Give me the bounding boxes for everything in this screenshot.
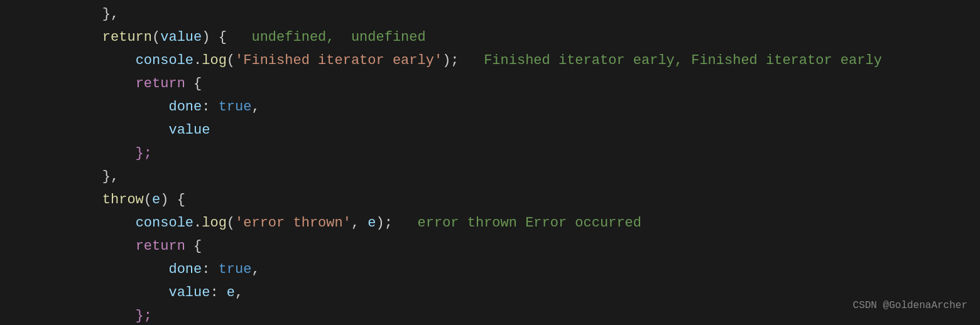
code-text: ( <box>144 188 152 211</box>
code-text <box>69 188 102 211</box>
code-text <box>69 72 136 95</box>
code-text: : <box>202 95 218 119</box>
code-text <box>69 26 102 49</box>
code-text: { <box>185 235 202 258</box>
code-text: ( <box>227 211 235 235</box>
code-keyword: return <box>102 26 152 49</box>
code-prop: value <box>168 119 210 142</box>
code-method: log <box>202 49 227 72</box>
code-method: throw <box>102 188 144 211</box>
code-line-14: }; <box>0 304 980 325</box>
code-text: , <box>251 95 259 119</box>
code-line-13: value: e, <box>0 281 980 304</box>
code-line-7: }; <box>0 142 980 165</box>
code-method: log <box>202 211 227 235</box>
code-keyword: return <box>136 235 185 258</box>
code-text: ); <box>376 211 418 235</box>
code-comment: Finished iterator early, Finished iterat… <box>484 49 882 72</box>
code-line-8: }, <box>0 165 980 188</box>
code-line-2: return(value) { undefined, undefined <box>0 26 980 49</box>
code-text: ) { <box>202 26 251 49</box>
code-text <box>69 95 168 119</box>
code-prop: done <box>168 95 202 119</box>
code-comment: undefined, undefined <box>251 26 425 49</box>
code-text: , <box>251 258 259 281</box>
code-text: ( <box>227 49 235 72</box>
code-line-9: throw(e) { <box>0 188 980 211</box>
code-text: : <box>202 258 218 281</box>
code-text: ) { <box>160 188 185 211</box>
code-text: , <box>235 281 243 304</box>
code-param: value <box>160 26 202 49</box>
code-var: e <box>368 211 376 235</box>
code-text: ( <box>152 26 160 49</box>
code-text <box>69 258 168 281</box>
code-comment: error thrown Error occurred <box>418 211 641 235</box>
code-text: { <box>185 72 202 95</box>
code-text: }; <box>69 142 152 165</box>
code-text: }; <box>69 304 152 325</box>
code-line-10: console.log('error thrown', e); error th… <box>0 211 980 235</box>
code-bool: true <box>219 95 252 119</box>
code-text: , <box>351 211 368 235</box>
code-var: e <box>227 281 235 304</box>
code-line-11: return { <box>0 235 980 258</box>
code-prop: done <box>168 258 202 281</box>
code-keyword: return <box>136 72 185 95</box>
code-string: 'error thrown' <box>235 211 351 235</box>
code-bool: true <box>219 258 252 281</box>
code-param: e <box>152 188 160 211</box>
code-text <box>69 211 136 235</box>
code-line-12: done: true, <box>0 258 980 281</box>
code-text: . <box>193 49 202 72</box>
code-text <box>69 281 168 304</box>
code-text: }, <box>69 165 119 188</box>
code-line-4: return { <box>0 72 980 95</box>
code-obj: console <box>136 211 193 235</box>
code-text: : <box>210 281 226 304</box>
code-string: 'Finished iterator early' <box>235 49 442 72</box>
code-line-3: console.log('Finished iterator early'); … <box>0 49 980 72</box>
code-obj: console <box>136 49 193 72</box>
code-text <box>69 49 136 72</box>
code-text: ); <box>442 49 484 72</box>
code-prop: value <box>168 281 210 304</box>
code-text: . <box>193 211 202 235</box>
code-text <box>69 235 136 258</box>
code-editor: }, return(value) { undefined, undefined … <box>0 0 980 325</box>
code-text <box>69 119 168 142</box>
code-text: }, <box>69 3 119 26</box>
code-line-5: done: true, <box>0 95 980 119</box>
code-line-1: }, <box>0 3 980 26</box>
watermark-text: CSDN @GoldenaArcher <box>853 294 967 317</box>
code-line-6: value <box>0 119 980 142</box>
